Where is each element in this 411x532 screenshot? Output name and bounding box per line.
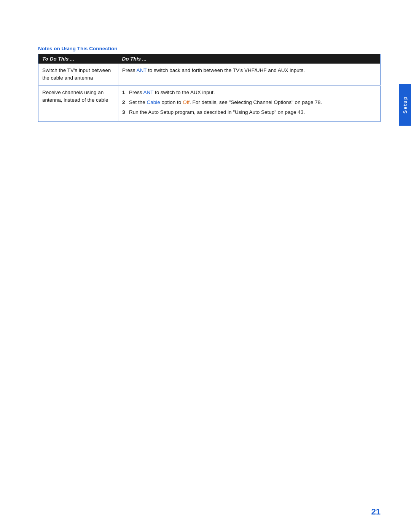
list-text: Set the Cable option to Off. For details… [129,99,376,106]
list-text: Press ANT to switch to the AUX input. [129,89,376,96]
ant-highlight-2: ANT [143,89,154,95]
table-row: Receive channels using an antenna, inste… [38,85,381,122]
off-highlight: Off [183,99,190,105]
list-num: 1 [122,89,129,96]
row2-right: 1 Press ANT to switch to the AUX input. … [118,85,381,122]
table-header-row: To Do This ... Do This ... [38,54,381,64]
table-row: Switch the TV's input between the cable … [38,64,381,85]
list-item: 3 Run the Auto Setup program, as describ… [122,109,376,116]
cable-highlight: Cable [147,99,160,105]
header-col2: Do This ... [118,54,381,64]
header-col1: To Do This ... [38,54,118,64]
row2-left: Receive channels using an antenna, inste… [38,85,118,122]
list-item: 2 Set the Cable option to Off. For detai… [122,99,376,106]
section-title: Notes on Using This Connection [38,46,381,51]
notes-table: To Do This ... Do This ... Switch the TV… [38,54,381,122]
list-num: 2 [122,99,129,106]
row1-left: Switch the TV's input between the cable … [38,64,118,85]
setup-side-tab: Setup [399,84,411,126]
numbered-list: 1 Press ANT to switch to the AUX input. … [122,89,376,117]
ant-highlight-1: ANT [137,67,147,73]
row1-right: Press ANT to switch back and forth betwe… [118,64,381,85]
list-num: 3 [122,109,129,116]
side-tab-label: Setup [402,96,408,113]
page-number: 21 [371,507,381,517]
list-text: Run the Auto Setup program, as described… [129,109,376,116]
list-item: 1 Press ANT to switch to the AUX input. [122,89,376,96]
